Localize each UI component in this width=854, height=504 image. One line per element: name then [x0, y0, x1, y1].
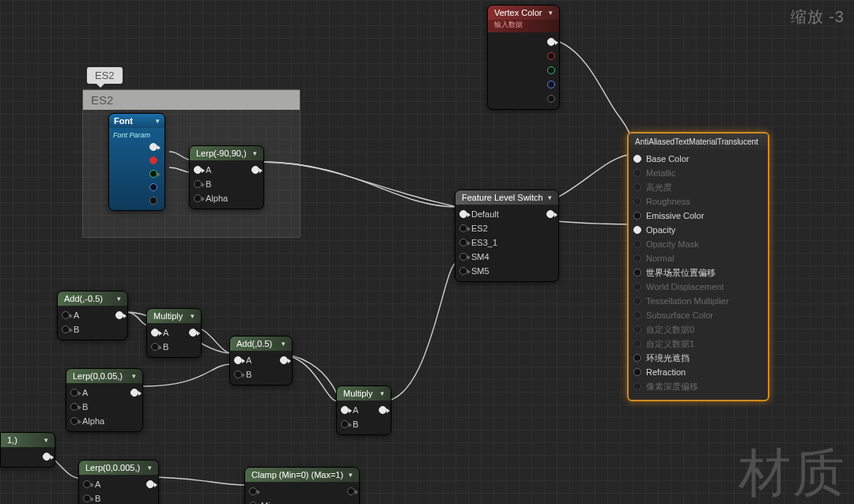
node-stub[interactable]: 1,)▾: [0, 432, 55, 468]
output-pin-row[interactable]: 高光度: [633, 180, 763, 194]
material-input-pin[interactable]: [633, 197, 641, 205]
zoom-indicator: 缩放 -3: [791, 6, 845, 28]
output-pin-row[interactable]: Refraction: [633, 365, 763, 379]
output-pin-row[interactable]: 像素深度偏移: [633, 379, 763, 393]
output-pin-b[interactable]: [149, 183, 157, 191]
material-input-pin[interactable]: [633, 283, 641, 291]
output-pin-row[interactable]: Metallic: [633, 166, 763, 180]
input-pin-default[interactable]: [459, 210, 467, 218]
material-input-pin[interactable]: [633, 240, 641, 248]
input-pin-es2[interactable]: [459, 224, 467, 232]
input-pin-es31[interactable]: [459, 239, 467, 246]
input-pin-a[interactable]: [83, 480, 91, 488]
input-pin-b[interactable]: [234, 370, 242, 378]
output-pin[interactable]: [280, 356, 288, 364]
output-pin[interactable]: [379, 406, 387, 414]
material-input-pin[interactable]: [633, 183, 641, 191]
input-pin-a[interactable]: [62, 311, 70, 319]
output-pin[interactable]: [115, 311, 123, 319]
material-input-pin[interactable]: [633, 226, 641, 234]
material-input-pin[interactable]: [633, 325, 641, 333]
input-pin-b[interactable]: [194, 180, 202, 188]
material-input-pin[interactable]: [633, 354, 641, 362]
node-multiply-2[interactable]: Multiply▾ A B: [336, 386, 391, 435]
output-pin-row[interactable]: Roughness: [633, 194, 763, 209]
output-pin-row[interactable]: 世界场景位置偏移: [633, 265, 763, 280]
output-pin-a[interactable]: [547, 95, 555, 103]
node-feature-level-switch[interactable]: Feature Level Switch▾ Default ES2 ES3_1 …: [455, 190, 559, 282]
input-pin-sm5[interactable]: [459, 267, 467, 275]
node-lerp-90[interactable]: Lerp(-90,90,)▾ A B Alpha: [189, 145, 264, 209]
output-pin-row[interactable]: Opacity: [633, 223, 763, 237]
input-pin-b[interactable]: [62, 325, 70, 333]
material-input-pin[interactable]: [633, 212, 641, 220]
output-pin-row[interactable]: 环境光遮挡: [633, 351, 763, 365]
material-input-pin[interactable]: [633, 311, 641, 319]
output-pin[interactable]: [251, 166, 259, 174]
output-pin-row[interactable]: Base Color: [633, 152, 763, 166]
material-input-pin[interactable]: [633, 297, 641, 305]
output-pin[interactable]: [130, 389, 138, 397]
output-pin-row[interactable]: 自定义数据1: [633, 337, 763, 351]
node-material-output[interactable]: AntiAliasedTextMaterialTranslucent Base …: [627, 132, 769, 401]
output-pin-row[interactable]: World Displacement: [633, 280, 763, 294]
input-pin-alpha[interactable]: [70, 417, 78, 425]
node-font-param[interactable]: Font ▾ Font Param: [108, 113, 165, 211]
caret-down-icon: ▾: [549, 9, 553, 17]
caret-down-icon: ▾: [148, 464, 152, 472]
input-pin-a[interactable]: [70, 389, 78, 397]
node-add-neg[interactable]: Add(,-0.5)▾ A B: [57, 291, 128, 340]
material-input-pin[interactable]: [633, 368, 641, 376]
node-lerp-fast[interactable]: Lerp(0,0.05,)▾ A B Alpha: [66, 368, 143, 432]
material-input-pin[interactable]: [633, 169, 641, 177]
output-pin-b[interactable]: [547, 81, 555, 88]
material-input-label: 环境光遮挡: [646, 352, 690, 364]
output-pin[interactable]: [146, 480, 154, 488]
comment-title[interactable]: ES2: [83, 90, 300, 110]
output-pin-row[interactable]: Subsurface Color: [633, 308, 763, 322]
node-add-pos[interactable]: Add(,0.5)▾ A B: [229, 336, 293, 386]
output-pin-a[interactable]: [149, 197, 157, 205]
material-input-pin[interactable]: [633, 155, 641, 163]
output-pin[interactable]: [149, 143, 157, 151]
node-vertex-color[interactable]: Vertex Color▾ 输入数据: [487, 5, 560, 110]
input-pin-alpha[interactable]: [194, 194, 202, 202]
input-pin-b[interactable]: [341, 420, 349, 428]
output-pin-row[interactable]: Opacity Mask: [633, 237, 763, 251]
output-pin-g[interactable]: [547, 66, 555, 74]
material-input-pin[interactable]: [633, 269, 641, 276]
input-pin-a[interactable]: [194, 166, 202, 174]
input-pin-b[interactable]: [83, 495, 91, 502]
output-pin[interactable]: [547, 38, 555, 46]
material-input-label: Base Color: [646, 154, 689, 164]
node-clamp[interactable]: Clamp (Min=0) (Max=1)▾ Min: [244, 467, 360, 504]
stub-title: 1,): [7, 435, 17, 445]
output-pin-row[interactable]: Tessellation Multiplier: [633, 294, 763, 308]
watermark: 材质: [739, 438, 846, 504]
output-pin-row[interactable]: Normal: [633, 251, 763, 265]
output-pin[interactable]: [546, 210, 554, 218]
material-input-pin[interactable]: [633, 382, 641, 390]
input-pin-a[interactable]: [151, 329, 159, 337]
addpos-title: Add(,0.5): [236, 339, 272, 348]
node-multiply-1[interactable]: Multiply▾ A B: [146, 308, 202, 358]
output-pin[interactable]: [347, 487, 355, 495]
caret-down-icon: ▾: [380, 389, 384, 397]
output-pin-g[interactable]: [149, 170, 157, 178]
output-pin[interactable]: [43, 453, 51, 461]
output-pin-row[interactable]: 自定义数据0: [633, 322, 763, 337]
material-input-pin[interactable]: [633, 254, 641, 262]
input-pin-a[interactable]: [341, 406, 349, 414]
output-pin-r[interactable]: [149, 156, 157, 164]
output-pin-r[interactable]: [547, 52, 555, 60]
output-pin[interactable]: [189, 329, 197, 337]
material-input-label: Normal: [646, 254, 674, 263]
input-pin-b[interactable]: [70, 403, 78, 411]
input-pin-a[interactable]: [234, 356, 242, 364]
node-lerp-slow[interactable]: Lerp(0,0.005,)▾ A B Alpha: [78, 460, 159, 504]
input-pin-b[interactable]: [151, 343, 159, 351]
output-pin-row[interactable]: Emissive Color: [633, 209, 763, 223]
input-pin[interactable]: [249, 487, 257, 495]
input-pin-sm4[interactable]: [459, 253, 467, 261]
material-input-pin[interactable]: [633, 340, 641, 348]
